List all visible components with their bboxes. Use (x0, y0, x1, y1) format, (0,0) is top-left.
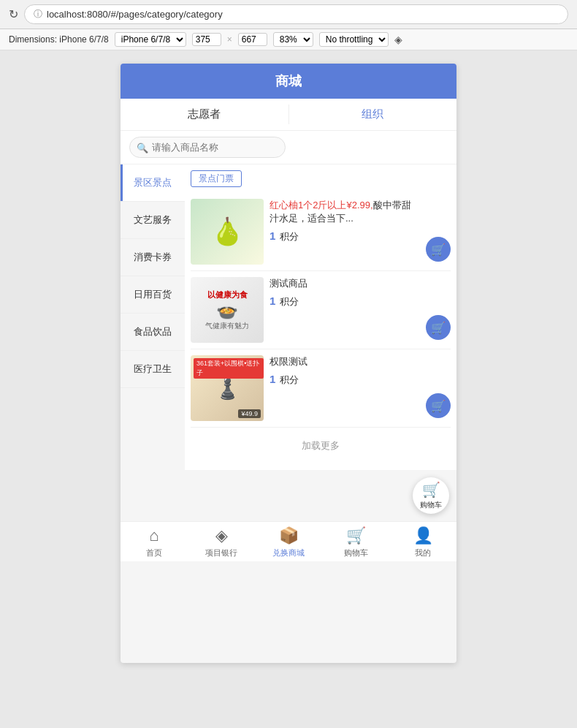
add-to-cart-button-1[interactable]: 🛒 (426, 237, 451, 262)
product-title-2: 测试商品 (270, 277, 420, 290)
sidebar-item-scenic[interactable]: 景区景点 (121, 164, 185, 202)
sidebar-item-card[interactable]: 消费卡券 (121, 239, 185, 276)
product-score-1: 1 积分 (270, 230, 420, 243)
search-bar: 🔍 (121, 131, 456, 164)
nav-label-home: 首页 (146, 547, 162, 558)
game-badge: 361套装+以围棋•送扑子 (194, 358, 264, 379)
product-card-1: 🍐 红心柚1个2斤以上¥2.99,酸中带甜汁水足，适合当下... 1 积分 🛒 (191, 193, 451, 271)
nav-item-project[interactable]: ◈ 项目银行 (188, 526, 255, 558)
product-image-3: ♟️ 361套装+以围棋•送扑子 ¥49.9 (191, 355, 264, 421)
sensor-icon[interactable]: ◈ (394, 34, 402, 45)
address-bar[interactable]: ⓘ localhost:8080/#/pages/category/catego… (24, 4, 568, 24)
add-to-cart-button-3[interactable]: 🛒 (426, 393, 451, 418)
dimensions-label: Dimensions: iPhone 6/7/8 (9, 34, 109, 45)
nav-item-home[interactable]: ⌂ 首页 (121, 526, 188, 558)
search-input[interactable] (129, 137, 286, 158)
throttle-select[interactable]: No throttling (319, 32, 389, 47)
tab-org[interactable]: 组织 (289, 99, 457, 130)
category-tag[interactable]: 景点门票 (191, 170, 242, 187)
reload-button[interactable]: ↻ (9, 7, 18, 21)
sidebar: 景区景点 文艺服务 消费卡券 日用百货 食品饮品 医疗卫生 (121, 164, 185, 470)
nav-label-mine: 我的 (415, 547, 431, 558)
dev-toolbar: Dimensions: iPhone 6/7/8 iPhone 6/7/8 37… (0, 29, 577, 50)
floating-cart-label: 购物车 (420, 500, 442, 510)
product-info-3: 权限测试 1 积分 (270, 355, 420, 387)
nav-label-project: 项目银行 (205, 547, 237, 558)
load-more-button[interactable]: 加载更多 (191, 428, 451, 464)
product-info-1: 红心柚1个2斤以上¥2.99,酸中带甜汁水足，适合当下... 1 积分 (270, 199, 420, 243)
dimension-separator: × (227, 34, 232, 45)
product-card-2: 以健康为食 🍲 气健康有魅力 测试商品 1 积分 🛒 (191, 271, 451, 349)
search-icon: 🔍 (137, 142, 148, 153)
tabs-bar: 志愿者 组织 (121, 99, 456, 131)
home-icon: ⌂ (149, 526, 158, 545)
nav-label-exchange: 兑换商城 (272, 547, 305, 558)
tab-volunteer[interactable]: 志愿者 (121, 99, 288, 130)
nav-item-mine[interactable]: 👤 我的 (389, 526, 456, 558)
product-image-1: 🍐 (191, 199, 264, 265)
product-info-2: 测试商品 1 积分 (270, 277, 420, 308)
product-title-3: 权限测试 (270, 355, 420, 368)
sidebar-item-food[interactable]: 食品饮品 (121, 314, 185, 351)
browser-bar: ↻ ⓘ localhost:8080/#/pages/category/cate… (0, 0, 577, 29)
sidebar-item-medical[interactable]: 医疗卫生 (121, 351, 185, 388)
sidebar-item-art[interactable]: 文艺服务 (121, 202, 185, 239)
search-wrapper: 🔍 (129, 137, 448, 158)
cart-icon: 🛒 (346, 526, 366, 545)
sidebar-item-daily[interactable]: 日用百货 (121, 276, 185, 314)
game-price-tag: ¥49.9 (238, 409, 261, 418)
url-text: localhost:8080/#/pages/category/category (47, 9, 223, 20)
width-input[interactable]: 375 (192, 33, 221, 46)
zoom-select[interactable]: 83% (273, 32, 313, 47)
mine-icon: 👤 (413, 526, 433, 545)
floating-cart-icon: 🛒 (422, 481, 440, 498)
product-image-2: 以健康为食 🍲 气健康有魅力 (191, 277, 264, 343)
product-title-1: 红心柚1个2斤以上¥2.99,酸中带甜汁水足，适合当下... (270, 199, 420, 225)
dimensions-select[interactable]: iPhone 6/7/8 (115, 32, 186, 47)
bottom-nav: ⌂ 首页 ◈ 项目银行 📦 兑换商城 🛒 购物车 👤 我的 (121, 521, 456, 561)
nav-item-cart[interactable]: 🛒 购物车 (322, 526, 389, 558)
project-icon: ◈ (215, 526, 228, 545)
content-area: 景区景点 文艺服务 消费卡券 日用百货 食品饮品 医疗卫生 景点门票 (121, 164, 456, 470)
nav-label-cart: 购物车 (344, 547, 368, 558)
mobile-frame: 商城 志愿者 组织 🔍 景区景点 文艺服务 消费卡券 (121, 64, 456, 663)
height-input[interactable] (238, 33, 267, 46)
product-score-2: 1 积分 (270, 295, 420, 308)
product-card-3: ♟️ 361套装+以围棋•送扑子 ¥49.9 权限测试 1 积分 🛒 (191, 349, 451, 428)
secure-icon: ⓘ (34, 8, 42, 20)
nav-item-exchange[interactable]: 📦 兑换商城 (255, 526, 322, 558)
exchange-icon: 📦 (279, 526, 299, 545)
product-score-3: 1 积分 (270, 373, 420, 387)
app-title: 商城 (275, 74, 302, 88)
add-to-cart-button-2[interactable]: 🛒 (426, 315, 451, 340)
app-header: 商城 (121, 64, 456, 99)
floating-cart-button[interactable]: 🛒 购物车 (413, 477, 449, 514)
product-list: 景点门票 🍐 红心柚1个2斤以上¥2.99,酸中带甜汁水足，适合当下... 1 … (185, 164, 456, 470)
